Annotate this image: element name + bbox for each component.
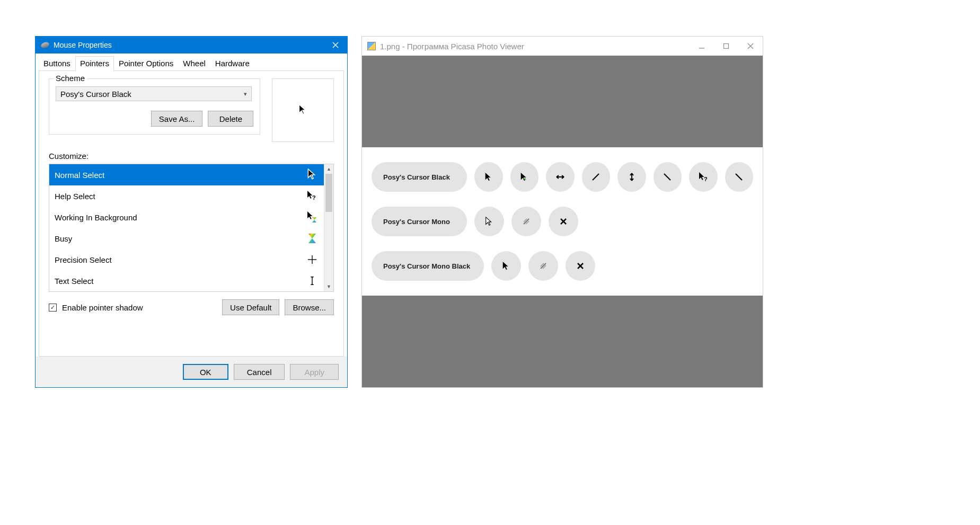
picasa-app-icon xyxy=(367,42,376,50)
arrow-icon xyxy=(474,162,503,192)
ibeam-icon xyxy=(306,274,319,287)
help-arrow-icon xyxy=(689,162,718,192)
titlebar[interactable]: Mouse Properties xyxy=(36,37,347,54)
window-title: 1.png - Программа Picasa Photo Viewer xyxy=(380,42,690,51)
chevron-down-icon: ▾ xyxy=(244,91,247,97)
tab-wheel[interactable]: Wheel xyxy=(178,56,210,71)
list-item[interactable]: Precision Select xyxy=(49,249,324,270)
cursor-set-row: Posy's Cursor Black xyxy=(372,162,753,192)
enable-shadow-label: Enable pointer shadow xyxy=(62,303,143,312)
cursor-name: Help Select xyxy=(55,192,95,201)
list-item[interactable]: Normal Select xyxy=(49,164,324,185)
cursor-set-row: Posy's Cursor Mono xyxy=(372,207,753,236)
arrow-icon xyxy=(491,251,521,281)
scheme-selected: Posy's Cursor Black xyxy=(60,90,131,99)
picasa-window: 1.png - Программа Picasa Photo Viewer Po… xyxy=(361,36,763,388)
scheme-combobox[interactable]: Posy's Cursor Black ▾ xyxy=(56,86,252,101)
browse-button[interactable]: Browse... xyxy=(285,299,334,315)
scrollbar[interactable]: ▲ ▼ xyxy=(324,164,333,291)
cursor-name: Text Select xyxy=(55,277,93,286)
use-default-button[interactable]: Use Default xyxy=(222,299,279,315)
mouse-properties-dialog: Mouse Properties Buttons Pointers Pointe… xyxy=(35,36,348,388)
maximize-button[interactable] xyxy=(714,37,738,56)
minimize-button[interactable] xyxy=(690,37,714,56)
list-item[interactable]: Working In Background xyxy=(49,207,324,228)
titlebar[interactable]: 1.png - Программа Picasa Photo Viewer xyxy=(362,37,763,56)
cursor-set-label: Posy's Cursor Mono xyxy=(372,207,467,236)
tabs: Buttons Pointers Pointer Options Wheel H… xyxy=(36,54,347,70)
cursor-name: Working In Background xyxy=(55,213,137,222)
tab-hardware[interactable]: Hardware xyxy=(210,56,254,71)
customize-label: Customize: xyxy=(49,152,334,161)
delete-button[interactable]: Delete xyxy=(208,111,253,127)
resize-h-icon xyxy=(546,162,575,192)
x-icon xyxy=(549,207,578,236)
resize-diag2-icon xyxy=(654,162,682,192)
dialog-footer: OK Cancel Apply xyxy=(36,357,347,387)
resize-v-icon xyxy=(617,162,646,192)
cursor-listbox[interactable]: Normal Select Help Select Working In Bac… xyxy=(49,164,334,292)
list-item[interactable]: Busy xyxy=(49,228,324,249)
scroll-up-icon[interactable]: ▲ xyxy=(324,164,333,174)
crosshair-icon xyxy=(306,253,319,266)
close-button[interactable] xyxy=(738,37,763,56)
working-icon xyxy=(306,211,319,224)
list-item[interactable]: Help Select xyxy=(49,185,324,207)
ok-button[interactable]: OK xyxy=(183,364,228,380)
svg-rect-13 xyxy=(724,44,729,49)
scroll-thumb[interactable] xyxy=(325,174,332,212)
arrow-outline-icon xyxy=(474,207,504,236)
apply-button[interactable]: Apply xyxy=(290,364,339,380)
tab-buttons[interactable]: Buttons xyxy=(39,56,75,71)
save-as-button[interactable]: Save As... xyxy=(151,111,203,127)
list-item[interactable]: Text Select xyxy=(49,270,324,291)
arrow-icon xyxy=(298,104,308,117)
scroll-down-icon[interactable]: ▼ xyxy=(324,282,333,291)
stripes-icon xyxy=(511,207,541,236)
tabpage-pointers: Scheme Posy's Cursor Black ▾ Save As... … xyxy=(39,70,344,357)
mouse-icon xyxy=(40,41,50,49)
arrow-rainbow-icon xyxy=(510,162,539,192)
cursor-name: Precision Select xyxy=(55,255,112,264)
resize-diag-icon xyxy=(582,162,611,192)
tab-pointers[interactable]: Pointers xyxy=(75,56,114,71)
image-content: Posy's Cursor Black Posy's Cursor Mono xyxy=(362,147,763,296)
scheme-group: Scheme Posy's Cursor Black ▾ Save As... … xyxy=(49,78,260,135)
enable-shadow-checkbox[interactable]: ✓ xyxy=(49,304,57,312)
cursor-set-label: Posy's Cursor Mono Black xyxy=(372,251,484,281)
scheme-label: Scheme xyxy=(54,74,87,83)
help-arrow-icon xyxy=(306,190,319,202)
busy-icon xyxy=(306,232,319,245)
cancel-button[interactable]: Cancel xyxy=(234,364,285,380)
cursor-set-label: Posy's Cursor Black xyxy=(372,162,467,192)
cursor-set-row: Posy's Cursor Mono Black xyxy=(372,251,753,281)
stripes-icon xyxy=(528,251,558,281)
arrow-icon xyxy=(306,168,319,181)
move-icon xyxy=(725,162,754,192)
close-button[interactable] xyxy=(324,37,347,54)
tab-pointer-options[interactable]: Pointer Options xyxy=(114,56,178,71)
cursor-preview xyxy=(272,78,334,142)
cursor-name: Busy xyxy=(55,234,72,243)
window-title: Mouse Properties xyxy=(54,41,324,49)
viewer-canvas[interactable]: Posy's Cursor Black Posy's Cursor Mono xyxy=(362,56,763,387)
x-icon xyxy=(566,251,595,281)
cursor-name: Normal Select xyxy=(55,171,104,180)
